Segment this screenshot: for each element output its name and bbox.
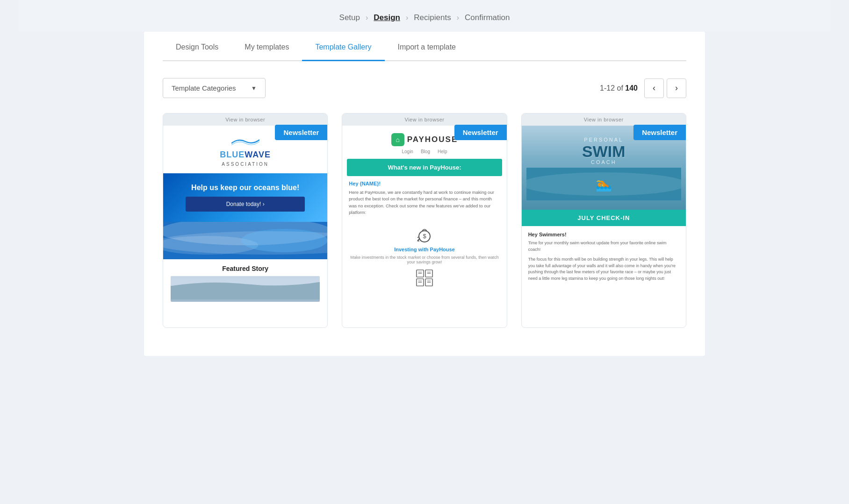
card2-view-browser: View in browser bbox=[342, 114, 506, 126]
payhouse-nav-blog: Blog bbox=[421, 149, 430, 154]
svg-point-23 bbox=[526, 172, 681, 196]
payhouse-nav: Login Blog Help bbox=[347, 149, 502, 154]
pagination-prev-button[interactable]: ‹ bbox=[644, 78, 664, 98]
featured-img-svg bbox=[171, 276, 320, 302]
card1-featured-image bbox=[171, 276, 320, 302]
card2-body: Hey {NAME}! Here at PayHouse, we are con… bbox=[342, 181, 506, 293]
card1-inner: View in browser Newsletter BLUEWAVE ASSO… bbox=[163, 114, 327, 306]
svg-text:$: $ bbox=[423, 233, 426, 240]
pagination-buttons: ‹ › bbox=[644, 78, 686, 98]
card2-newsletter-badge: Newsletter bbox=[454, 125, 507, 140]
payhouse-nav-help: Help bbox=[438, 149, 447, 154]
tab-template-gallery[interactable]: Template Gallery bbox=[302, 32, 384, 61]
breadcrumb-arrow-1: › bbox=[366, 14, 368, 22]
card1-featured-title: Featured Story bbox=[171, 265, 320, 272]
template-card-2[interactable]: View in browser Newsletter ⌂ PAYHOUSE Lo… bbox=[342, 113, 507, 328]
categories-label: Template Categories bbox=[172, 84, 236, 92]
card2-inner: View in browser Newsletter ⌂ PAYHOUSE Lo… bbox=[342, 114, 506, 293]
card3-newsletter-badge: Newsletter bbox=[633, 125, 686, 140]
investing-feature-label: Investing with PayHouse bbox=[349, 247, 500, 252]
tab-my-templates[interactable]: My templates bbox=[231, 32, 302, 61]
template-card-3[interactable]: View in browser Newsletter PERSONAL SWIM… bbox=[521, 113, 686, 328]
payhouse-icon: ⌂ bbox=[391, 133, 404, 146]
card3-inner: View in browser Newsletter PERSONAL SWIM… bbox=[522, 114, 686, 287]
grid-icon bbox=[349, 269, 500, 289]
pagination-info: 1-12 of 140 ‹ › bbox=[600, 78, 686, 98]
breadcrumb-arrow-2: › bbox=[406, 14, 408, 22]
svg-point-3 bbox=[241, 229, 327, 252]
templates-grid: View in browser Newsletter BLUEWAVE ASSO… bbox=[163, 113, 686, 328]
card1-newsletter-badge: Newsletter bbox=[275, 125, 327, 140]
card1-view-browser: View in browser bbox=[163, 114, 327, 126]
investing-feature-desc: Make investments in the stock market or … bbox=[349, 255, 500, 264]
pagination-range: 1-12 of 140 bbox=[600, 84, 638, 92]
breadcrumb-setup[interactable]: Setup bbox=[339, 13, 360, 22]
card2-cta-bar: What's new in PayHouse: bbox=[347, 159, 502, 176]
svg-point-1 bbox=[163, 222, 327, 245]
card3-body: Hey Swimmers! Time for your monthly swim… bbox=[522, 226, 686, 287]
breadcrumb: Setup › Design › Recipients › Confirmati… bbox=[19, 0, 830, 32]
breadcrumb-confirmation[interactable]: Confirmation bbox=[465, 13, 510, 22]
card1-hero-text: Help us keep our oceans blue! bbox=[171, 184, 320, 192]
swim-underwater-image: 🏊 bbox=[526, 168, 681, 200]
dropdown-arrow-icon: ▼ bbox=[251, 85, 257, 92]
bluewave-wave-icon bbox=[231, 135, 259, 148]
underwater-svg: 🏊 bbox=[526, 168, 681, 200]
breadcrumb-arrow-3: › bbox=[457, 14, 459, 22]
card2-greeting: Hey {NAME}! bbox=[349, 181, 500, 186]
main-content: Design Tools My templates Template Galle… bbox=[144, 32, 705, 356]
ocean-waves-svg bbox=[163, 222, 327, 259]
card1-hero: Help us keep our oceans blue! Donate tod… bbox=[163, 173, 327, 222]
swim-coach-label: COACH bbox=[526, 159, 681, 165]
card3-body-text-2: The focus for this month will be on buil… bbox=[528, 256, 679, 282]
tab-import-template[interactable]: Import a template bbox=[385, 32, 469, 61]
payhouse-nav-login: Login bbox=[402, 149, 413, 154]
svg-point-2 bbox=[163, 236, 258, 255]
card3-view-browser: View in browser bbox=[522, 114, 686, 126]
bluewave-title: BLUEWAVE bbox=[220, 150, 271, 160]
pagination-next-button[interactable]: › bbox=[667, 78, 686, 98]
toolbar: Template Categories ▼ 1-12 of 140 ‹ › bbox=[163, 78, 686, 98]
card3-greeting: Hey Swimmers! bbox=[528, 232, 679, 237]
swim-main-label: SWIM bbox=[526, 143, 681, 159]
card1-featured-section: Featured Story bbox=[163, 259, 327, 306]
card1-cta-button[interactable]: Donate today! › bbox=[186, 197, 305, 212]
tab-design-tools[interactable]: Design Tools bbox=[163, 32, 231, 61]
svg-text:🏊: 🏊 bbox=[596, 177, 612, 190]
breadcrumb-recipients[interactable]: Recipients bbox=[414, 13, 451, 22]
template-categories-dropdown[interactable]: Template Categories ▼ bbox=[163, 78, 266, 98]
money-bag-icon: $ bbox=[415, 224, 434, 243]
card3-july-bar: JULY CHECK-IN bbox=[522, 210, 686, 226]
bluewave-sub: ASSOCIATION bbox=[222, 162, 269, 167]
payhouse-text: PAYHOUSE bbox=[407, 135, 458, 144]
template-card-1[interactable]: View in browser Newsletter BLUEWAVE ASSO… bbox=[163, 113, 328, 328]
card3-body-text: Time for your monthly swim workout updat… bbox=[528, 240, 679, 253]
investing-icon: $ bbox=[349, 220, 500, 247]
card2-body-text: Here at PayHouse, we are constantly hard… bbox=[349, 189, 500, 216]
investment-grid-icon bbox=[416, 269, 433, 287]
card1-ocean-image bbox=[163, 222, 327, 259]
tab-bar: Design Tools My templates Template Galle… bbox=[163, 32, 686, 61]
pagination-total: 140 bbox=[625, 84, 638, 92]
breadcrumb-design[interactable]: Design bbox=[374, 13, 400, 22]
